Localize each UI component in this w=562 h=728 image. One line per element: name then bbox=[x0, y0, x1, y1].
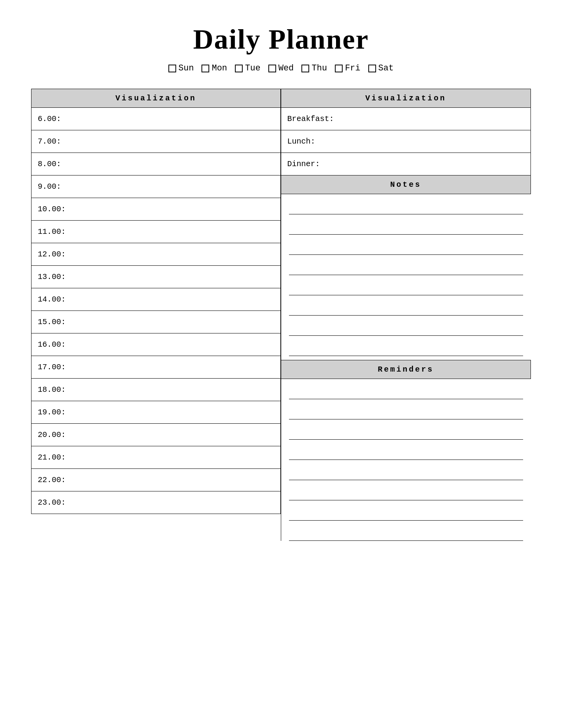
reminder-line bbox=[289, 500, 523, 521]
time-slot-1800: 18.00: bbox=[31, 379, 281, 401]
time-slot-1100: 11.00: bbox=[31, 221, 281, 243]
note-line bbox=[289, 275, 523, 295]
note-line bbox=[289, 295, 523, 316]
time-slot-800: 8.00: bbox=[31, 153, 281, 175]
note-line bbox=[289, 214, 523, 235]
day-item-mon[interactable]: Mon bbox=[201, 63, 227, 73]
day-selector-row: SunMonTueWedThuFriSat bbox=[31, 63, 531, 73]
reminder-line bbox=[289, 460, 523, 480]
meal-slot-lunch: Lunch: bbox=[281, 130, 531, 153]
checkbox-sat[interactable] bbox=[368, 65, 376, 72]
checkbox-mon[interactable] bbox=[201, 65, 209, 72]
note-line bbox=[289, 194, 523, 214]
checkbox-thu[interactable] bbox=[301, 65, 309, 72]
time-slot-1200: 12.00: bbox=[31, 243, 281, 266]
time-slot-2200: 22.00: bbox=[31, 469, 281, 491]
time-slot-1500: 15.00: bbox=[31, 311, 281, 333]
time-slot-2000: 20.00: bbox=[31, 424, 281, 446]
checkbox-tue[interactable] bbox=[235, 65, 243, 72]
left-column: Visualization 6.00:7.00:8.00:9.00:10.00:… bbox=[31, 89, 281, 541]
day-label-thu: Thu bbox=[312, 63, 327, 73]
day-item-tue[interactable]: Tue bbox=[235, 63, 261, 73]
checkbox-wed[interactable] bbox=[268, 65, 276, 72]
page-title: Daily Planner bbox=[31, 23, 531, 56]
time-slot-1900: 19.00: bbox=[31, 401, 281, 424]
right-visualization-header: Visualization bbox=[281, 89, 531, 108]
time-slot-1300: 13.00: bbox=[31, 266, 281, 288]
day-label-fri: Fri bbox=[345, 63, 361, 73]
reminder-line bbox=[289, 399, 523, 419]
time-slot-2300: 23.00: bbox=[31, 491, 281, 514]
main-grid: Visualization 6.00:7.00:8.00:9.00:10.00:… bbox=[31, 89, 531, 541]
day-label-tue: Tue bbox=[245, 63, 261, 73]
time-slot-1600: 16.00: bbox=[31, 333, 281, 356]
reminder-line bbox=[289, 419, 523, 440]
time-slot-1000: 10.00: bbox=[31, 198, 281, 221]
notes-header: Notes bbox=[281, 175, 531, 194]
day-item-sat[interactable]: Sat bbox=[368, 63, 394, 73]
checkbox-fri[interactable] bbox=[335, 65, 343, 72]
day-label-sun: Sun bbox=[179, 63, 194, 73]
reminder-line bbox=[289, 440, 523, 460]
day-item-thu[interactable]: Thu bbox=[301, 63, 327, 73]
day-item-sun[interactable]: Sun bbox=[168, 63, 194, 73]
reminder-line bbox=[289, 379, 523, 399]
time-slot-900: 9.00: bbox=[31, 175, 281, 198]
meal-slot-dinner: Dinner: bbox=[281, 153, 531, 175]
day-item-fri[interactable]: Fri bbox=[335, 63, 361, 73]
note-line bbox=[289, 255, 523, 275]
note-line bbox=[289, 235, 523, 255]
time-slot-1400: 14.00: bbox=[31, 288, 281, 311]
left-visualization-header: Visualization bbox=[31, 89, 281, 108]
time-slot-700: 7.00: bbox=[31, 130, 281, 153]
right-column: Visualization Breakfast:Lunch:Dinner:Not… bbox=[281, 89, 531, 541]
day-label-wed: Wed bbox=[278, 63, 294, 73]
notes-lines bbox=[281, 194, 531, 356]
note-line bbox=[289, 316, 523, 336]
reminder-line bbox=[289, 521, 523, 541]
time-slot-600: 6.00: bbox=[31, 108, 281, 130]
day-item-wed[interactable]: Wed bbox=[268, 63, 294, 73]
reminders-header: Reminders bbox=[281, 360, 531, 379]
note-line bbox=[289, 336, 523, 356]
reminder-line bbox=[289, 480, 523, 500]
checkbox-sun[interactable] bbox=[168, 65, 176, 72]
day-label-sat: Sat bbox=[378, 63, 394, 73]
time-slot-2100: 21.00: bbox=[31, 446, 281, 469]
time-slot-1700: 17.00: bbox=[31, 356, 281, 379]
reminders-lines bbox=[281, 379, 531, 541]
day-label-mon: Mon bbox=[212, 63, 227, 73]
meal-slot-breakfast: Breakfast: bbox=[281, 108, 531, 130]
